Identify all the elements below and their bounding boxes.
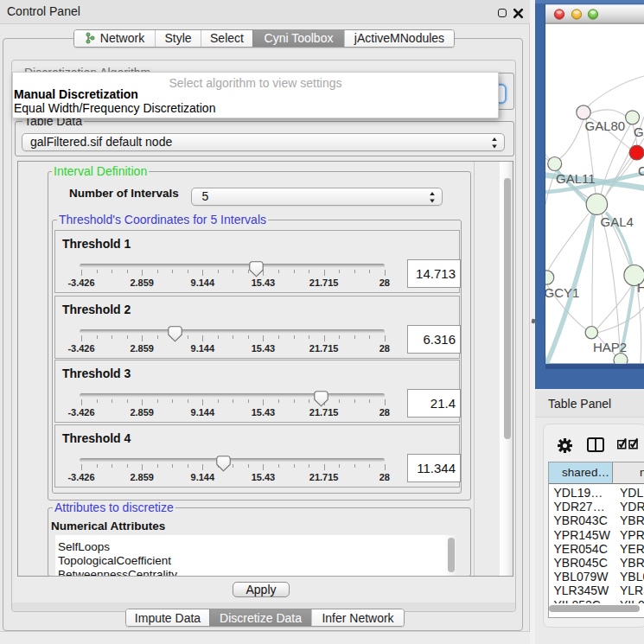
svg-text:GAL11: GAL11	[556, 171, 596, 186]
svg-text:H: H	[637, 280, 644, 295]
svg-text:HAP2: HAP2	[593, 340, 627, 354]
svg-text:GCY1: GCY1	[545, 285, 580, 300]
svg-text:GAL80: GAL80	[585, 118, 626, 133]
svg-text:GA: GA	[634, 124, 644, 139]
svg-text:C: C	[638, 163, 644, 178]
svg-text:GAL4: GAL4	[601, 214, 634, 229]
